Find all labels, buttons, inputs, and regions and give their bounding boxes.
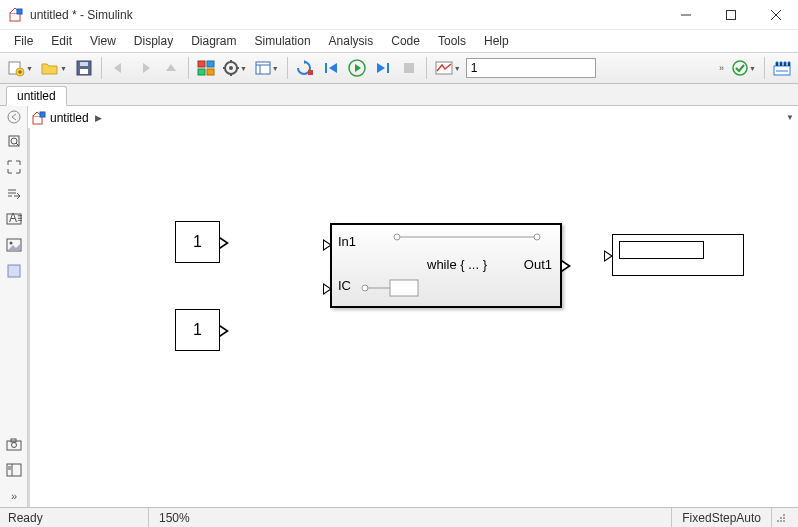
constant-2-value: 1 <box>193 321 202 339</box>
menu-analysis[interactable]: Analysis <box>321 32 382 50</box>
breadcrumb-dropdown-icon[interactable]: ▼ <box>786 113 794 122</box>
simulation-mode-button[interactable]: ▼ <box>432 56 464 80</box>
zoom-fit-icon <box>6 133 22 149</box>
diagram-canvas[interactable]: 1 1 In1 IC while { ... } Out1 <box>28 128 798 507</box>
minimize-button[interactable] <box>663 0 708 30</box>
maximize-button[interactable] <box>708 0 753 30</box>
svg-rect-3 <box>726 10 735 19</box>
update-diagram-button[interactable] <box>293 56 317 80</box>
refresh-stop-icon <box>296 60 314 76</box>
svg-rect-37 <box>40 112 45 117</box>
screenshot-button[interactable] <box>3 433 25 455</box>
block-constant-2[interactable]: 1 <box>175 309 220 351</box>
while-out1-port[interactable] <box>562 260 571 272</box>
constant-1-value: 1 <box>193 233 202 251</box>
library-browser-button[interactable] <box>194 56 218 80</box>
menu-simulation[interactable]: Simulation <box>247 32 319 50</box>
breadcrumb-arrow-icon[interactable]: ▶ <box>95 113 102 123</box>
block-constant-1[interactable]: 1 <box>175 221 220 263</box>
svg-rect-1 <box>17 9 22 14</box>
fit-to-view-button[interactable] <box>3 130 25 152</box>
svg-rect-52 <box>7 464 21 476</box>
menu-edit[interactable]: Edit <box>43 32 80 50</box>
play-icon <box>348 59 366 77</box>
block-while-subsystem[interactable]: In1 IC while { ... } Out1 <box>330 223 562 308</box>
menu-diagram[interactable]: Diagram <box>183 32 244 50</box>
status-zoom[interactable]: 150% <box>148 508 671 527</box>
while-text: while { ... } <box>427 257 487 272</box>
svg-point-62 <box>783 514 785 516</box>
breadcrumb-model[interactable]: untitled <box>50 111 89 125</box>
svg-point-59 <box>362 285 368 291</box>
tab-untitled[interactable]: untitled <box>6 86 67 106</box>
hide-nav-button[interactable] <box>3 106 25 128</box>
annotation-button[interactable]: A≡ <box>3 208 25 230</box>
svg-point-57 <box>394 234 400 240</box>
menu-code[interactable]: Code <box>383 32 428 50</box>
menu-help[interactable]: Help <box>476 32 517 50</box>
stop-time-field[interactable]: 1 <box>466 58 596 78</box>
image-icon <box>6 238 22 252</box>
stop-time-value: 1 <box>471 61 478 75</box>
svg-rect-26 <box>308 70 313 75</box>
find-button[interactable] <box>3 182 25 204</box>
block-display[interactable] <box>612 234 744 276</box>
svg-rect-61 <box>390 280 418 296</box>
build-button[interactable] <box>770 56 794 80</box>
menu-display[interactable]: Display <box>126 32 181 50</box>
constant-2-outport[interactable] <box>220 325 229 337</box>
canvas-toolbar: A≡ » <box>0 128 28 507</box>
svg-point-51 <box>11 443 16 448</box>
resize-grip[interactable] <box>771 508 790 527</box>
area-button[interactable] <box>3 260 25 282</box>
svg-rect-16 <box>207 69 214 75</box>
while-in1-label: In1 <box>338 234 356 249</box>
constant-1-outport[interactable] <box>220 237 229 249</box>
menu-tools[interactable]: Tools <box>430 32 474 50</box>
window-title: untitled * - Simulink <box>30 8 663 22</box>
step-back-button[interactable] <box>319 56 343 80</box>
model-browser-button[interactable] <box>3 459 25 481</box>
status-solver[interactable]: FixedStepAuto <box>671 508 771 527</box>
svg-rect-13 <box>198 61 205 67</box>
zoom-button[interactable] <box>3 156 25 178</box>
svg-point-58 <box>534 234 540 240</box>
step-forward-button[interactable] <box>371 56 395 80</box>
model-advisor-button[interactable]: ▼ <box>729 56 759 80</box>
menu-file[interactable]: File <box>6 32 41 50</box>
svg-rect-11 <box>80 69 88 74</box>
annotation-icon: A≡ <box>6 212 22 226</box>
model-config-button[interactable]: ▼ <box>220 56 250 80</box>
svg-point-35 <box>8 111 20 123</box>
app-icon <box>8 7 24 23</box>
svg-rect-48 <box>8 265 20 277</box>
new-model-button[interactable]: ▼ <box>4 56 36 80</box>
back-button[interactable] <box>107 56 131 80</box>
svg-point-18 <box>229 66 233 70</box>
up-button[interactable] <box>159 56 183 80</box>
model-explorer-button[interactable]: ▼ <box>252 56 282 80</box>
grip-icon <box>776 513 786 523</box>
svg-point-32 <box>733 61 747 75</box>
stop-icon <box>402 61 416 75</box>
menu-view[interactable]: View <box>82 32 124 50</box>
area-icon <box>7 264 21 278</box>
close-button[interactable] <box>753 0 798 30</box>
svg-point-67 <box>777 520 779 522</box>
while-in1-port[interactable] <box>323 239 332 251</box>
chevron-double-right-icon: » <box>11 490 16 502</box>
while-ic-port[interactable] <box>323 283 332 295</box>
open-button[interactable]: ▼ <box>38 56 70 80</box>
forward-button[interactable] <box>133 56 157 80</box>
svg-rect-23 <box>256 62 270 74</box>
display-inport[interactable] <box>604 250 613 262</box>
find-icon <box>6 186 22 200</box>
image-button[interactable] <box>3 234 25 256</box>
svg-rect-14 <box>207 61 214 67</box>
stop-button[interactable] <box>397 56 421 80</box>
palette-overflow-button[interactable]: » <box>3 485 25 507</box>
save-button[interactable] <box>72 56 96 80</box>
run-button[interactable] <box>345 56 369 80</box>
toolbar-overflow-icon[interactable]: » <box>719 63 723 73</box>
status-ready: Ready <box>8 508 148 527</box>
